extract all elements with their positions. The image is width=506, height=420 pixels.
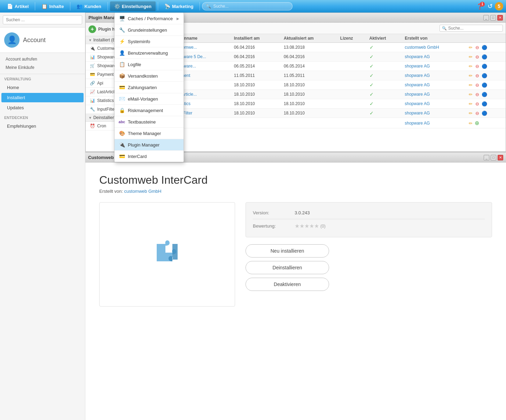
dropdown-item-theme-manager[interactable]: 🎨 Theme Manager bbox=[115, 128, 184, 139]
versandkosten-icon: 📦 bbox=[119, 73, 125, 79]
nav-marketing[interactable]: 📡 Marketing bbox=[160, 1, 197, 11]
nav-einstellungen[interactable]: ⚙️ Einstellungen bbox=[110, 1, 156, 11]
main-area: 👤 Account Account aufrufen Meine Einkäuf… bbox=[0, 13, 506, 420]
dropdown-item-email-vorlagen[interactable]: ✉️ eMail-Vorlagen bbox=[115, 93, 184, 105]
notification-bell[interactable]: ❓ 1 bbox=[476, 3, 483, 10]
dropdown-item-riskmanagement[interactable]: 🔒 Riskmanagement bbox=[115, 105, 184, 116]
dropdown-item-plugin-manager[interactable]: 🔌 Plugin Manager bbox=[115, 139, 184, 151]
theme-manager-icon: 🎨 bbox=[119, 130, 125, 136]
dropdown-item-caches[interactable]: 🖥️ Caches / Performance ▶ bbox=[115, 13, 184, 24]
dropdown-item-intercard[interactable]: 💳 InterCard bbox=[115, 151, 184, 162]
nav-right: ❓ 1 ↺ 5 bbox=[476, 2, 503, 10]
caches-icon: 🖥️ bbox=[119, 15, 125, 22]
grundeinstellungen-icon: 🔧 bbox=[119, 27, 125, 33]
top-search-input[interactable] bbox=[213, 4, 289, 9]
dropdown-overlay: 🖥️ Caches / Performance ▶ 🔧 Grundeinstel… bbox=[0, 13, 506, 420]
kunden-icon: 👥 bbox=[77, 3, 83, 9]
top-search-box[interactable]: 🔍 bbox=[202, 2, 293, 10]
systeminfo-icon: ⚡ bbox=[119, 38, 125, 45]
user-number-badge: 5 bbox=[495, 2, 503, 10]
dropdown-item-logfile[interactable]: 📋 Logfile bbox=[115, 59, 184, 70]
search-icon: 🔍 bbox=[206, 4, 211, 9]
settings-dropdown: 🖥️ Caches / Performance ▶ 🔧 Grundeinstel… bbox=[114, 13, 184, 162]
artikel-icon: 📄 bbox=[7, 3, 13, 9]
nav-sep-4 bbox=[158, 2, 158, 10]
nav-inhalte[interactable]: 📋 Inhalte bbox=[37, 1, 68, 11]
textbausteine-icon: abc bbox=[119, 119, 125, 125]
nav-refresh-icon[interactable]: ↺ bbox=[488, 3, 493, 10]
dropdown-item-versandkosten[interactable]: 📦 Versandkosten bbox=[115, 70, 184, 82]
einstellungen-icon: ⚙️ bbox=[114, 3, 120, 9]
intercard-icon: 💳 bbox=[119, 153, 125, 159]
dropdown-item-systeminfo[interactable]: ⚡ Systeminfo bbox=[115, 36, 184, 47]
nav-artikel[interactable]: 📄 Artikel bbox=[3, 1, 33, 11]
nav-sep-1 bbox=[35, 2, 35, 10]
dropdown-item-benutzerverwaltung[interactable]: 👤 Benutzerverwaltung bbox=[115, 47, 184, 59]
notification-badge: 1 bbox=[480, 2, 485, 7]
email-vorlagen-icon: ✉️ bbox=[119, 96, 125, 102]
marketing-icon: 📡 bbox=[164, 3, 170, 9]
nav-sep-5 bbox=[200, 2, 200, 10]
plugin-manager-icon: 🔌 bbox=[119, 142, 125, 148]
nav-sep-3 bbox=[108, 2, 108, 10]
dropdown-item-zahlungsarten[interactable]: 💳 Zahlungsarten bbox=[115, 82, 184, 93]
riskmanagement-icon: 🔒 bbox=[119, 107, 125, 113]
top-nav: 📄 Artikel 📋 Inhalte 👥 Kunden ⚙️ Einstell… bbox=[0, 0, 506, 13]
dropdown-item-textbausteine[interactable]: abc Textbausteine bbox=[115, 116, 184, 128]
zahlungsarten-icon: 💳 bbox=[119, 84, 125, 90]
inhalte-icon: 📋 bbox=[41, 3, 47, 9]
dropdown-item-grundeinstellungen[interactable]: 🔧 Grundeinstellungen bbox=[115, 24, 184, 36]
nav-kunden[interactable]: 👥 Kunden bbox=[72, 1, 105, 11]
logfile-icon: 📋 bbox=[119, 61, 125, 68]
nav-sep-2 bbox=[70, 2, 70, 10]
benutzerverwaltung-icon: 👤 bbox=[119, 50, 125, 56]
caches-arrow-icon: ▶ bbox=[177, 17, 179, 21]
